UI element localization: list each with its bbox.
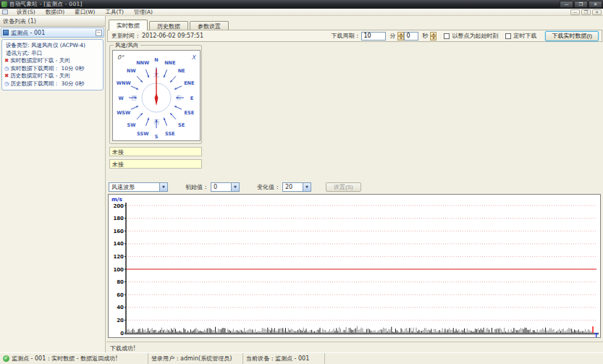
spin-down-icon[interactable]: ▼ bbox=[397, 36, 404, 41]
svg-text:NNE: NNE bbox=[164, 60, 175, 66]
initial-value-label: 初始值： bbox=[185, 183, 208, 191]
chevron-down-icon[interactable]: ▼ bbox=[159, 183, 167, 191]
tab-realtime-data[interactable]: 实时数据 bbox=[109, 20, 148, 30]
wind-group-label: 风速/风向 bbox=[114, 42, 140, 49]
svg-text:SSW: SSW bbox=[137, 131, 148, 137]
svg-text:180: 180 bbox=[113, 216, 124, 221]
app-icon bbox=[1, 1, 7, 7]
download-message: 下载成功! bbox=[106, 342, 603, 352]
svg-text:0°: 0° bbox=[117, 54, 125, 61]
update-time-label: 更新时间： bbox=[111, 32, 140, 40]
svg-text:140: 140 bbox=[113, 241, 124, 247]
current-device: 当前设备：监测点 - 001 bbox=[246, 355, 309, 363]
svg-text:WNW: WNW bbox=[117, 80, 131, 86]
comm-mode-line: 通讯方式: 串口 bbox=[4, 50, 101, 58]
minutes-input[interactable] bbox=[361, 32, 386, 41]
menu-manage[interactable]: 管理(A) bbox=[129, 9, 158, 15]
minutes-stepper[interactable]: ▲▼ bbox=[397, 32, 404, 41]
device-type-line: 设备类型: 风速风向仪 (ACPW-4) bbox=[4, 42, 101, 50]
svg-text:T: T bbox=[594, 332, 599, 338]
compass-svg: 0°X北南东西NNNENEENEEESESESSESSSWSWWSWWWNWNW… bbox=[113, 51, 200, 140]
mdi-close-button[interactable]: ✕ bbox=[592, 9, 602, 15]
svg-text:160: 160 bbox=[113, 229, 124, 234]
hour-start-label: 以整点为起始时刻 bbox=[452, 32, 498, 40]
svg-text:N: N bbox=[154, 57, 158, 63]
login-user-cell: 登录用户：admin(系统管理员) bbox=[148, 353, 243, 364]
device-info-panel: 设备类型: 风速风向仪 (ACPW-4) 通讯方式: 串口 ✖实时数据定时下载 … bbox=[1, 39, 104, 90]
menu-settings[interactable]: 设置(S) bbox=[12, 9, 41, 15]
svg-text:S: S bbox=[155, 134, 159, 140]
x-icon: ✖ bbox=[4, 57, 9, 64]
svg-text:20: 20 bbox=[117, 318, 124, 323]
mdi-child-icon bbox=[2, 9, 8, 14]
change-value-label: 变化值： bbox=[257, 183, 280, 191]
wind-speed-chart: m/s020406080100120140160180200T bbox=[108, 194, 601, 338]
chevron-down-icon[interactable]: ▼ bbox=[231, 183, 239, 191]
success-icon: ✓ bbox=[3, 355, 9, 362]
download-realtime-button[interactable]: 下载实时数据(I) bbox=[545, 31, 599, 41]
close-button[interactable]: ✕ bbox=[589, 1, 602, 8]
device-icon bbox=[3, 30, 9, 35]
set-button: 设置(S) bbox=[326, 182, 361, 192]
chevron-down-icon[interactable]: ▼ bbox=[303, 183, 311, 191]
period-label: 下载周期： bbox=[331, 32, 360, 40]
menu-data[interactable]: 数据(D) bbox=[41, 9, 70, 15]
maximize-button[interactable]: ❐ bbox=[574, 1, 588, 8]
current-device-cell: 当前设备：监测点 - 001 bbox=[243, 353, 325, 364]
minutes-unit: 分 bbox=[389, 32, 395, 40]
mdi-minimize-button[interactable]: — bbox=[570, 9, 580, 15]
tree-item-station-001[interactable]: 监测点 - 001 − bbox=[1, 27, 104, 38]
history-period-line: ◷历史数据下载周期： 30分 0秒 bbox=[4, 80, 101, 88]
device-sidebar: 设备列表 (1) 监测点 - 001 − 设备类型: 风速风向仪 (ACPW-4… bbox=[0, 16, 106, 352]
title-bar: 自动气象站 - [监测点 - 001] — ❐ ✕ bbox=[0, 0, 603, 9]
svg-text:SSE: SSE bbox=[165, 131, 175, 137]
menu-tools[interactable]: 工具(T) bbox=[101, 9, 129, 15]
svg-text:200: 200 bbox=[113, 203, 124, 209]
svg-text:WSW: WSW bbox=[117, 110, 130, 116]
status-bar: ✓ 监测点 - 001：实时数据 - 数据返回成功! 登录用户：admin(系统… bbox=[0, 352, 603, 364]
minimize-button[interactable]: — bbox=[560, 1, 573, 8]
mdi-restore-button[interactable]: ❐ bbox=[581, 9, 591, 15]
svg-text:60: 60 bbox=[117, 292, 124, 298]
status-message: 监测点 - 001：实时数据 - 数据返回成功! bbox=[12, 355, 117, 363]
svg-text:NE: NE bbox=[178, 68, 185, 74]
main-panel: 实时数据 历史数据 参数设置 更新时间： 2012-06-02 09:57:51… bbox=[106, 16, 603, 352]
seconds-input[interactable] bbox=[404, 32, 418, 41]
svg-text:E: E bbox=[190, 96, 193, 101]
svg-text:ENE: ENE bbox=[184, 80, 194, 86]
x-icon: ✖ bbox=[4, 72, 9, 79]
svg-text:0: 0 bbox=[120, 331, 124, 337]
hour-start-checkbox[interactable] bbox=[444, 33, 450, 39]
waveform-select[interactable]: 风速波形 ▼ bbox=[109, 182, 168, 192]
change-value-select[interactable]: 20 ▼ bbox=[282, 182, 311, 192]
login-user: 登录用户：admin(系统管理员) bbox=[151, 355, 232, 363]
svg-text:ESE: ESE bbox=[185, 110, 195, 116]
menu-window[interactable]: 窗口(W) bbox=[69, 9, 100, 15]
seconds-stepper[interactable]: ▲▼ bbox=[430, 32, 437, 41]
svg-text:80: 80 bbox=[117, 279, 124, 285]
clock-icon: ◷ bbox=[4, 80, 9, 87]
status-message-cell: ✓ 监测点 - 001：实时数据 - 数据返回成功! bbox=[0, 353, 148, 364]
realtime-timed-line: ✖实时数据定时下载 - 关闭 bbox=[4, 57, 101, 65]
menu-bar: 设置(S) 数据(D) 窗口(W) 工具(T) 管理(A) — ❐ ✕ bbox=[0, 9, 603, 16]
timed-download-label: 定时下载 bbox=[513, 32, 536, 40]
svg-text:m/s: m/s bbox=[111, 196, 123, 203]
clock-icon: ◷ bbox=[4, 65, 9, 72]
chart-svg: m/s020406080100120140160180200T bbox=[109, 195, 600, 337]
update-time-value: 2012-06-02 09:57:51 bbox=[142, 33, 203, 39]
realtime-period-line: ◷实时数据下载周期： 10分 0秒 bbox=[4, 65, 101, 73]
wind-direction-readout: 未接 bbox=[109, 159, 202, 169]
tab-strip: 实时数据 历史数据 参数设置 bbox=[109, 20, 230, 30]
history-timed-line: ✖历史数据定时下载 - 关闭 bbox=[4, 72, 101, 80]
initial-value-select[interactable]: 0 ▼ bbox=[211, 182, 240, 192]
seconds-unit: 秒 bbox=[422, 32, 428, 40]
timed-download-checkbox[interactable] bbox=[505, 33, 511, 39]
svg-text:X: X bbox=[192, 54, 197, 61]
svg-text:120: 120 bbox=[113, 254, 124, 260]
window-title: 自动气象站 - [监测点 - 001] bbox=[9, 1, 560, 8]
svg-text:SW: SW bbox=[127, 122, 135, 128]
collapse-icon[interactable]: − bbox=[96, 30, 102, 36]
svg-text:SE: SE bbox=[178, 122, 185, 128]
wind-speed-readout: 未接 bbox=[109, 147, 202, 156]
spin-down-icon[interactable]: ▼ bbox=[430, 36, 437, 41]
